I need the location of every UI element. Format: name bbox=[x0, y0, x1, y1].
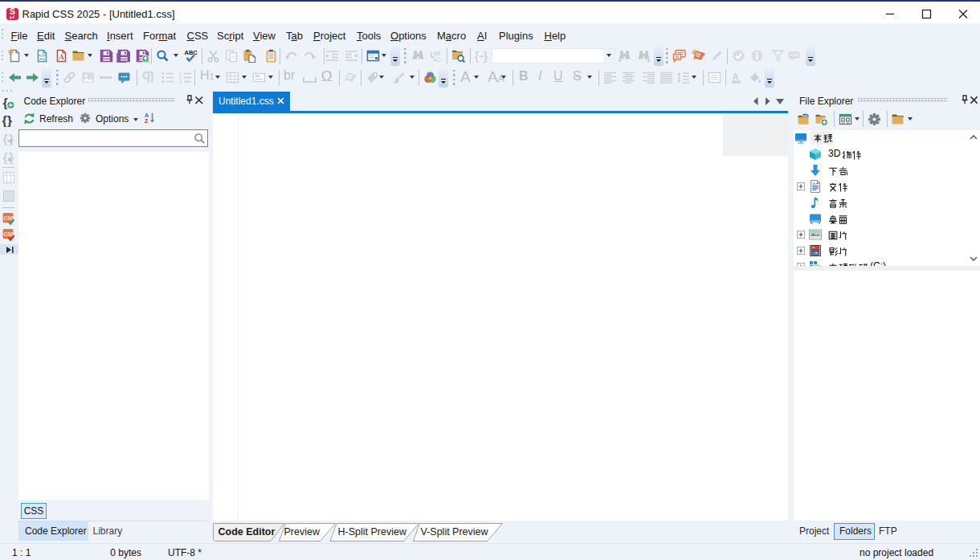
svg-text:A: A bbox=[59, 53, 64, 61]
svg-text:{: { bbox=[3, 133, 8, 145]
svg-text:V-Split Preview: V-Split Preview bbox=[421, 526, 489, 538]
svg-text:{: { bbox=[3, 151, 8, 164]
svg-text:H-Split Preview: H-Split Preview bbox=[338, 526, 407, 538]
svg-text:{}: {} bbox=[2, 114, 12, 127]
svg-text:}: } bbox=[9, 151, 14, 164]
svg-text:{: { bbox=[3, 96, 8, 109]
svg-text:Code Editor: Code Editor bbox=[218, 526, 276, 538]
svg-text:}: } bbox=[9, 133, 14, 145]
svg-text:</>: </> bbox=[39, 53, 46, 58]
svg-text:Preview: Preview bbox=[284, 526, 321, 538]
